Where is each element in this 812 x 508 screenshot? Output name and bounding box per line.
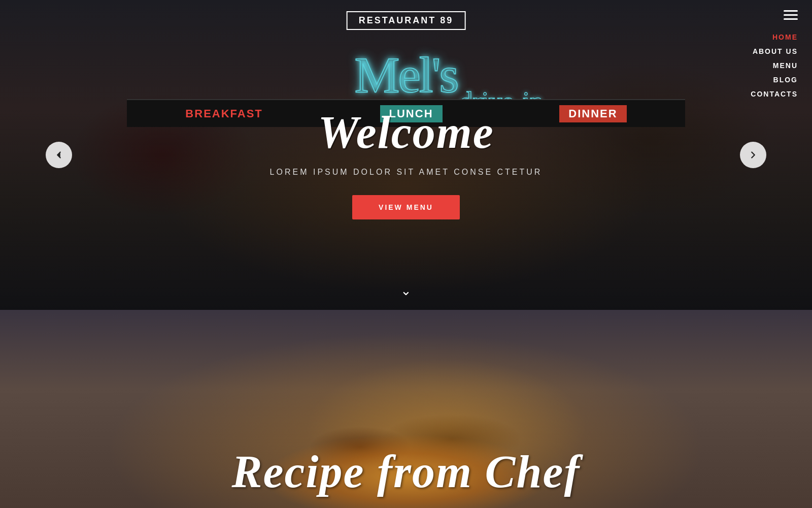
main-nav: HOME ABOUT US MENU BLOG CONTACTS xyxy=(751,0,812,98)
hamburger-icon[interactable] xyxy=(784,10,798,20)
nav-about[interactable]: ABOUT US xyxy=(753,47,798,55)
view-menu-button[interactable]: VIEW MENU xyxy=(352,195,460,219)
hero-content: Welcome LOREM IPSUM DOLOR SIT AMET CONSE… xyxy=(0,0,812,310)
recipe-section: Recipe from Chef xyxy=(0,310,812,508)
nav-contacts[interactable]: CONTACTS xyxy=(751,90,798,98)
site-logo[interactable]: RESTAURANT 89 xyxy=(347,11,466,30)
hero-title: Welcome xyxy=(318,106,494,158)
nav-blog[interactable]: BLOG xyxy=(773,76,798,84)
prev-slide-button[interactable] xyxy=(46,142,72,168)
nav-home[interactable]: HOME xyxy=(772,33,798,41)
chevron-right-icon xyxy=(748,149,759,161)
chevron-left-icon xyxy=(53,149,64,161)
hero-section: Mel's drive-in BREAKFAST LUNCH DINNER RE… xyxy=(0,0,812,310)
scroll-down-button[interactable]: ⌄ xyxy=(400,283,412,299)
recipe-title: Recipe from Chef xyxy=(232,446,581,498)
hero-subtitle: LOREM IPSUM DOLOR SIT AMET CONSE CTETUR xyxy=(270,168,543,177)
next-slide-button[interactable] xyxy=(740,142,766,168)
nav-menu[interactable]: MENU xyxy=(773,61,798,70)
